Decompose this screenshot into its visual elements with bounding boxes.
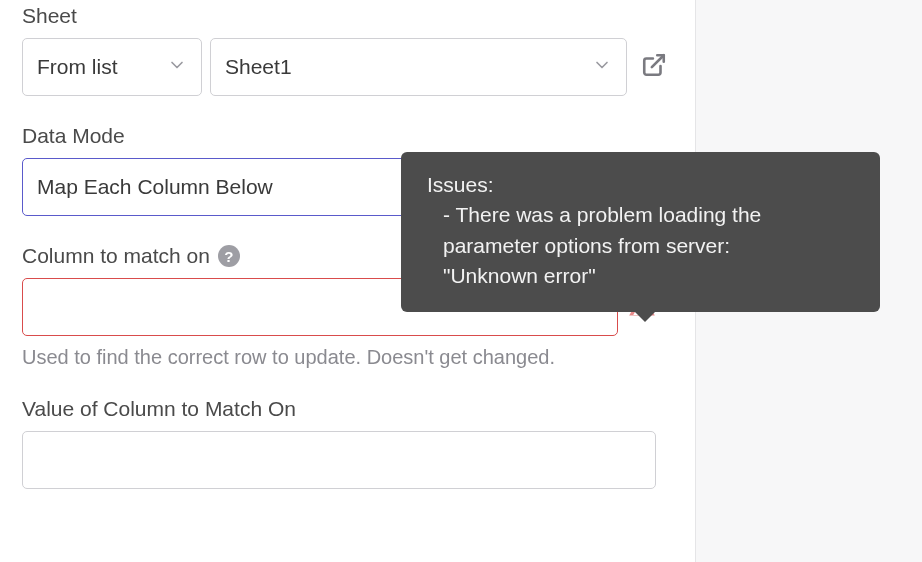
chevron-down-icon	[167, 55, 187, 80]
sheet-mode-select[interactable]: From list	[22, 38, 202, 96]
sheet-name-value: Sheet1	[225, 55, 592, 79]
data-mode-label: Data Mode	[22, 124, 673, 148]
svg-line-0	[652, 55, 664, 67]
tooltip-line-2: parameter options from server:	[427, 231, 854, 261]
tooltip-heading: Issues:	[427, 170, 854, 200]
sheet-name-select[interactable]: Sheet1	[210, 38, 627, 96]
sheet-label: Sheet	[22, 4, 673, 28]
column-match-helper: Used to find the correct row to update. …	[22, 346, 652, 369]
help-icon[interactable]: ?	[218, 245, 240, 267]
value-match-label: Value of Column to Match On	[22, 397, 673, 421]
chevron-down-icon	[592, 55, 612, 80]
tooltip-arrow	[634, 311, 656, 322]
column-match-label: Column to match on	[22, 244, 210, 268]
tooltip-line-1: - There was a problem loading the	[427, 200, 854, 230]
tooltip-line-3: "Unknown error"	[427, 261, 854, 291]
field-value-match: Value of Column to Match On	[22, 397, 673, 489]
field-sheet: Sheet From list Sheet1	[22, 4, 673, 96]
external-link-icon[interactable]	[635, 46, 673, 88]
value-match-input[interactable]	[22, 431, 656, 489]
error-tooltip: Issues: - There was a problem loading th…	[401, 152, 880, 312]
sheet-row: From list Sheet1	[22, 38, 673, 96]
sheet-mode-value: From list	[37, 55, 167, 79]
